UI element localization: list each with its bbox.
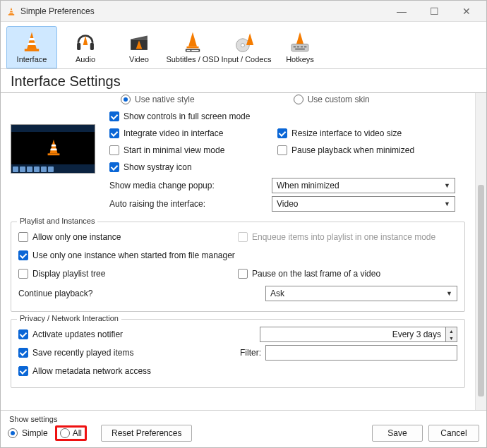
svg-point-11 — [241, 44, 244, 47]
radio-all[interactable] — [60, 428, 70, 438]
tab-interface[interactable]: Interface — [6, 26, 57, 68]
filter-input[interactable] — [265, 345, 457, 361]
bottom-bar: Show settings Simple All Reset Preferenc… — [1, 410, 486, 447]
auto-raise-select[interactable]: Video ▼ — [272, 196, 455, 212]
radio-label: Use native style — [135, 95, 195, 104]
svg-rect-6 — [187, 47, 199, 49]
tab-subtitles[interactable]: Subtitles / OSD — [167, 26, 218, 68]
chevron-down-icon: ▼ — [444, 182, 450, 189]
svg-rect-0 — [8, 14, 14, 15]
filter-label: Filter: — [230, 348, 265, 358]
chk-minimal-view[interactable]: Start in minimal view mode — [109, 143, 224, 158]
svg-rect-14 — [297, 46, 299, 48]
tab-video[interactable]: Video — [114, 26, 164, 68]
radio-custom-skin[interactable]: Use custom skin — [294, 95, 370, 104]
app-cone-icon — [6, 6, 16, 16]
svg-rect-9 — [191, 50, 198, 51]
group-title: Playlist and Instances — [17, 217, 97, 225]
cone-icon — [18, 30, 46, 54]
svg-rect-3 — [90, 43, 94, 50]
group-title: Privacy / Network Interaction — [17, 314, 121, 322]
chevron-down-icon: ▼ — [444, 200, 450, 207]
tab-input-codecs[interactable]: Input / Codecs — [221, 26, 272, 68]
subtitles-cone-icon — [179, 30, 207, 54]
svg-rect-16 — [304, 46, 306, 48]
chk-playlist-tree[interactable]: Display playlist tree — [18, 266, 105, 281]
preferences-window: Simple Preferences — ☐ ✕ Interface Audio… — [0, 0, 487, 448]
chk-save-recent[interactable]: Save recently played items — [18, 345, 133, 361]
highlight-all-radio: All — [55, 425, 87, 441]
group-privacy-network: Privacy / Network Interaction Activate u… — [11, 319, 465, 388]
select-value: When minimized — [277, 181, 339, 190]
updates-interval-spinner[interactable]: Every 3 days ▲▼ — [260, 327, 457, 342]
chk-fullscreen-controls[interactable]: Show controls in full screen mode — [109, 109, 250, 124]
radio-simple[interactable] — [8, 428, 18, 438]
svg-rect-1 — [25, 49, 39, 51]
keyboard-cone-icon — [286, 30, 314, 54]
spin-down-icon[interactable]: ▼ — [446, 334, 457, 341]
chk-updates-notifier[interactable]: Activate updates notifier — [18, 327, 123, 342]
content: Use native style Use custom skin — [1, 93, 475, 410]
cancel-button[interactable]: Cancel — [428, 425, 479, 442]
reset-preferences-button[interactable]: Reset Preferences — [101, 425, 192, 442]
tab-label: Video — [129, 55, 149, 63]
svg-rect-13 — [294, 46, 296, 48]
tab-hotkeys[interactable]: Hotkeys — [275, 26, 325, 68]
chk-enqueue: Enqueue items into playlist in one insta… — [238, 229, 435, 245]
clapper-cone-icon — [125, 30, 153, 54]
radio-label-all: All — [73, 428, 82, 438]
minimize-button[interactable]: — — [392, 1, 411, 22]
chk-systray[interactable]: Show systray icon — [109, 159, 192, 175]
chk-pause-last-frame[interactable]: Pause on the last frame of a video — [238, 266, 380, 281]
skin-style-row: Use native style Use custom skin — [121, 93, 465, 104]
maximize-button[interactable]: ☐ — [424, 1, 444, 22]
continue-select[interactable]: Ask ▼ — [265, 286, 457, 301]
select-value: Video — [277, 199, 298, 209]
page-title: Interface Settings — [1, 69, 486, 93]
spin-up-icon[interactable]: ▲ — [446, 327, 457, 334]
svg-rect-8 — [187, 50, 191, 51]
tab-label: Input / Codecs — [222, 55, 272, 63]
window-title: Simple Preferences — [20, 6, 392, 16]
spinner-value: Every 3 days — [260, 329, 445, 339]
tab-label: Subtitles / OSD — [166, 55, 219, 63]
chevron-down-icon: ▼ — [446, 290, 452, 297]
select-value: Ask — [270, 289, 284, 298]
save-button[interactable]: Save — [372, 425, 423, 442]
disc-cone-icon — [232, 30, 260, 54]
window-controls: — ☐ ✕ — [392, 1, 481, 22]
svg-rect-2 — [77, 43, 80, 50]
chk-pause-minimized[interactable]: Pause playback when minimized — [277, 143, 414, 158]
media-popup-label: Show media change popup: — [109, 181, 272, 190]
svg-marker-5 — [131, 36, 148, 40]
tab-audio[interactable]: Audio — [60, 26, 111, 68]
close-button[interactable]: ✕ — [457, 1, 476, 22]
main-area: Use native style Use custom skin — [1, 93, 486, 410]
auto-raise-label: Auto raising the interface: — [109, 199, 272, 209]
tab-label: Interface — [17, 55, 47, 63]
media-popup-select[interactable]: When minimized ▼ — [272, 178, 455, 193]
svg-rect-15 — [301, 46, 303, 48]
tab-label: Hotkeys — [286, 55, 314, 63]
chk-one-from-fm[interactable]: Use only one instance when started from … — [18, 248, 235, 263]
interface-preview — [11, 124, 95, 174]
chk-resize-to-video[interactable]: Resize interface to video size — [277, 126, 402, 141]
svg-rect-17 — [295, 48, 305, 50]
chk-one-instance[interactable]: Allow only one instance — [18, 229, 121, 245]
svg-rect-18 — [48, 153, 60, 155]
show-settings-label: Show settings — [8, 415, 372, 423]
headphones-cone-icon — [71, 30, 100, 54]
tab-strip: Interface Audio Video Subtitles / OSD In… — [1, 22, 486, 69]
group-playlist-instances: Playlist and Instances Allow only one in… — [11, 222, 465, 312]
titlebar: Simple Preferences — ☐ ✕ — [1, 1, 486, 22]
radio-native-style[interactable]: Use native style — [121, 95, 195, 104]
continue-label: Continue playback? — [18, 289, 265, 298]
radio-label: Use custom skin — [308, 95, 370, 104]
radio-label-simple: Simple — [22, 428, 48, 438]
chk-metadata-access[interactable]: Allow metadata network access — [18, 363, 151, 379]
chk-integrate-video[interactable]: Integrate video in interface — [109, 126, 223, 141]
tab-label: Audio — [76, 55, 95, 63]
scrollbar[interactable] — [475, 93, 486, 410]
show-settings-group: Show settings Simple All Reset Preferenc… — [8, 415, 372, 442]
